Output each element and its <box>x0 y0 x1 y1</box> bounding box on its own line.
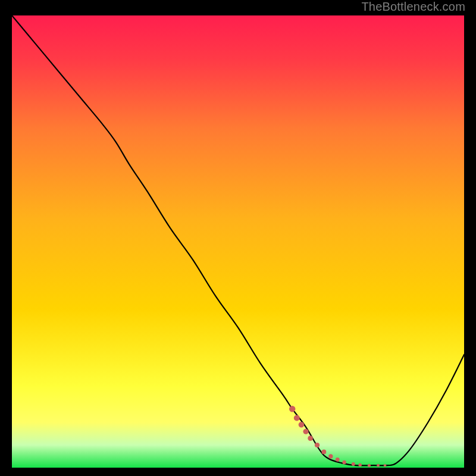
marker-dot <box>352 462 355 466</box>
bottleneck-chart <box>12 15 464 468</box>
marker-dot <box>303 429 308 434</box>
marker-dot <box>368 464 371 467</box>
gradient-background <box>12 15 464 468</box>
marker-dot <box>294 415 300 421</box>
marker-dot <box>384 464 386 466</box>
chart-frame: TheBottleneck.com <box>0 0 476 476</box>
attribution-label: TheBottleneck.com <box>361 0 465 14</box>
marker-dot <box>322 450 327 455</box>
plot-area <box>12 15 464 468</box>
marker-dot <box>336 458 340 462</box>
marker-dot <box>289 406 295 412</box>
marker-dot <box>377 464 380 467</box>
marker-dot <box>308 436 313 441</box>
marker-dot <box>328 454 333 458</box>
marker-dot <box>299 422 305 428</box>
marker-dot <box>342 461 346 464</box>
marker-dot <box>358 464 362 467</box>
marker-dot <box>315 443 320 447</box>
